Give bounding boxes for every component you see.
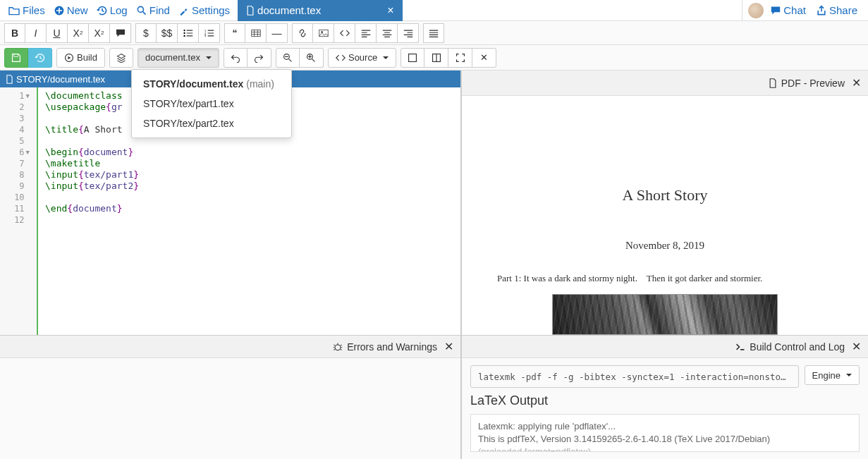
undo-button[interactable] xyxy=(224,48,247,68)
pdf-header-title: PDF - Preview xyxy=(781,78,845,89)
editor-file-path: STORY/document.tex xyxy=(16,74,105,85)
align-center-button[interactable] xyxy=(377,23,398,43)
math-inline-button[interactable]: $ xyxy=(135,23,157,43)
save-button[interactable] xyxy=(4,48,28,68)
dropdown-item[interactable]: STORY/document.tex (main) xyxy=(132,74,291,94)
dropdown-item-suffix: (main) xyxy=(246,78,274,90)
engine-label: Engine xyxy=(812,370,841,381)
chat-link[interactable]: Chat xyxy=(766,3,809,18)
log-output[interactable]: Latexmk: applying rule 'pdflatex'... Thi… xyxy=(470,414,860,452)
pdf-close-icon[interactable]: ✕ xyxy=(852,78,861,89)
tab-document[interactable]: document.tex × xyxy=(238,0,402,21)
pdf-date: November 8, 2019 xyxy=(625,240,704,252)
align-justify-button[interactable] xyxy=(423,23,444,43)
workspace: STORY/document.tex 1▼ 2▼ 3▼ 4▼ 5▼ 6▼ 7▼ … xyxy=(0,71,868,459)
expand-icon xyxy=(456,53,465,63)
list-ol-icon: 123 xyxy=(204,29,214,37)
split-vertical-button[interactable] xyxy=(424,48,448,68)
errors-panel: Errors and Warnings ✕ xyxy=(0,335,460,459)
table-button[interactable] xyxy=(245,23,267,43)
svg-text:3: 3 xyxy=(204,34,206,37)
pdf-header: PDF - Preview ✕ xyxy=(462,71,868,96)
settings-link[interactable]: Settings xyxy=(175,3,233,18)
tab-label: document.tex xyxy=(257,4,321,16)
square-icon xyxy=(408,53,417,63)
link-icon xyxy=(298,28,307,38)
zoom-in-button[interactable] xyxy=(300,48,324,68)
superscript-button[interactable]: X2 xyxy=(89,23,110,43)
chat-label: Chat xyxy=(783,4,806,16)
line-no: 4 xyxy=(19,124,24,135)
engine-dropdown-button[interactable]: Engine xyxy=(805,365,860,385)
find-label: Find xyxy=(149,4,170,16)
math-display-button[interactable]: $$ xyxy=(157,23,178,43)
file-dropdown-button[interactable]: document.tex xyxy=(137,48,219,68)
close-editor-button[interactable]: ✕ xyxy=(472,48,496,68)
align-right-button[interactable] xyxy=(398,23,419,43)
svg-rect-11 xyxy=(14,54,18,56)
hr-button[interactable]: — xyxy=(267,23,288,43)
zoom-out-icon xyxy=(283,53,293,63)
svg-rect-15 xyxy=(409,54,417,61)
errors-close-icon[interactable]: ✕ xyxy=(444,341,453,353)
underline-button[interactable]: U xyxy=(47,23,68,43)
log-header: Build Control and Log ✕ xyxy=(462,336,868,358)
list-ul-icon xyxy=(183,29,193,37)
log-heading: LaTeX Output xyxy=(470,393,860,408)
new-label: New xyxy=(67,4,88,16)
dropdown-item[interactable]: STORY/tex/part2.tex xyxy=(132,114,291,133)
new-link[interactable]: New xyxy=(50,3,92,18)
avatar[interactable] xyxy=(748,3,764,18)
image-icon xyxy=(319,29,329,37)
quote-button[interactable]: “ xyxy=(224,23,245,43)
split-none-button[interactable] xyxy=(401,48,424,68)
build-command-input[interactable]: latexmk -pdf -f -g -bibtex -synctex=1 -i… xyxy=(470,365,799,388)
file-dropdown-label: document.tex xyxy=(145,52,200,63)
files-link[interactable]: Files xyxy=(4,3,49,18)
layers-button[interactable] xyxy=(109,48,133,68)
source-dropdown-button[interactable]: Source xyxy=(328,48,396,68)
build-button[interactable]: Build xyxy=(56,48,105,68)
redo-button[interactable] xyxy=(247,48,271,68)
history-icon xyxy=(35,53,45,63)
plus-circle-icon xyxy=(54,5,65,16)
comment-button[interactable] xyxy=(110,23,131,43)
terminal-icon xyxy=(735,343,745,351)
svg-rect-9 xyxy=(319,30,327,36)
time-travel-button[interactable] xyxy=(28,48,52,68)
ol-button[interactable]: 123 xyxy=(199,23,220,43)
italic-button[interactable]: I xyxy=(25,23,47,43)
log-link[interactable]: Log xyxy=(93,3,131,18)
line-no: 11 xyxy=(14,203,24,214)
bold-button[interactable]: B xyxy=(4,23,25,43)
ul-button[interactable] xyxy=(178,23,199,43)
fullscreen-button[interactable] xyxy=(448,48,472,68)
pdf-preview[interactable]: A Short Story November 8, 2019 Part 1: I… xyxy=(462,96,868,335)
search-icon xyxy=(136,5,147,16)
format-toolbar: B I U X2 X2 $ $$ 123 “ — xyxy=(0,21,868,45)
layers-icon xyxy=(116,53,126,63)
align-left-button[interactable] xyxy=(355,23,377,43)
gutter: 1▼ 2▼ 3▼ 4▼ 5▼ 6▼ 7▼ 8▼ 9▼ 10▼ 11▼ 12▼ xyxy=(0,87,37,335)
dropdown-item-label: STORY/tex/part2.tex xyxy=(143,118,234,129)
align-justify-icon xyxy=(429,29,439,37)
line-no: 9 xyxy=(19,180,24,192)
file-icon xyxy=(246,6,255,16)
table-icon xyxy=(251,29,261,37)
line-no: 1 xyxy=(19,90,24,102)
image-button[interactable] xyxy=(313,23,334,43)
dropdown-item[interactable]: STORY/tex/part1.tex xyxy=(132,94,291,114)
zoom-out-button[interactable] xyxy=(276,48,300,68)
share-link[interactable]: Share xyxy=(812,3,861,18)
code-button[interactable] xyxy=(334,23,355,43)
fold-icon[interactable]: ▼ xyxy=(26,147,30,158)
tab-close-icon[interactable]: × xyxy=(387,4,393,17)
find-link[interactable]: Find xyxy=(133,3,173,18)
link-button[interactable] xyxy=(292,23,313,43)
fold-icon[interactable]: ▼ xyxy=(26,90,30,102)
line-no: 8 xyxy=(19,169,24,180)
log-close-icon[interactable]: ✕ xyxy=(852,341,861,353)
bug-icon xyxy=(333,342,343,352)
history-icon xyxy=(97,5,108,16)
subscript-button[interactable]: X2 xyxy=(68,23,89,43)
